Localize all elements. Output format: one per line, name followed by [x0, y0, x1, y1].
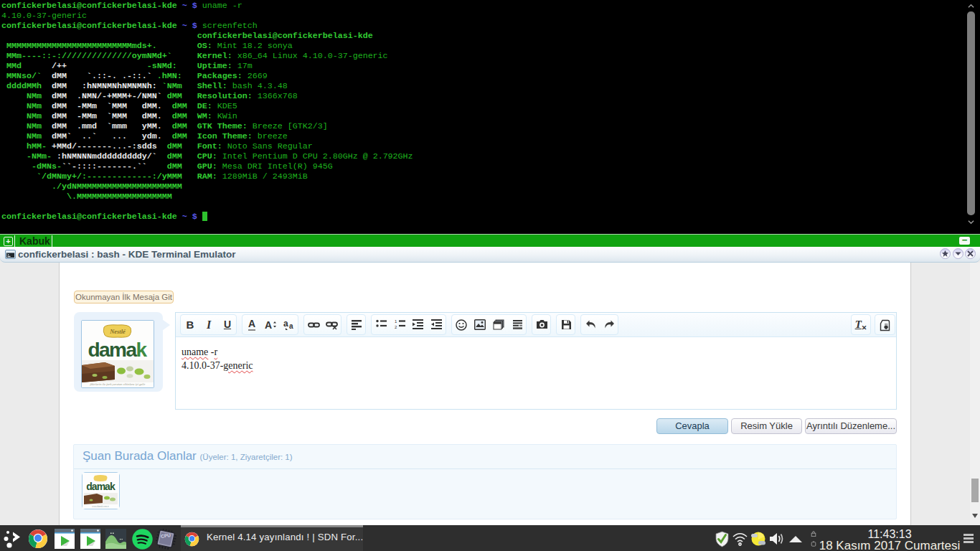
svg-text:fikirlerin ile fark yaratan zi: fikirlerin ile fark yaratan zihinlere iy… — [90, 382, 145, 386]
svg-text:Nestlé: Nestlé — [109, 328, 126, 335]
svg-text:a: a — [283, 319, 288, 329]
svg-text:www.damak.com.tr: www.damak.com.tr — [92, 505, 109, 508]
svg-text:2: 2 — [395, 325, 397, 329]
svg-text:a: a — [289, 322, 293, 330]
svg-text:A: A — [265, 319, 272, 331]
svg-text:damak: damak — [86, 481, 116, 492]
svg-text:damak: damak — [88, 339, 147, 361]
svg-text:1: 1 — [395, 319, 397, 324]
